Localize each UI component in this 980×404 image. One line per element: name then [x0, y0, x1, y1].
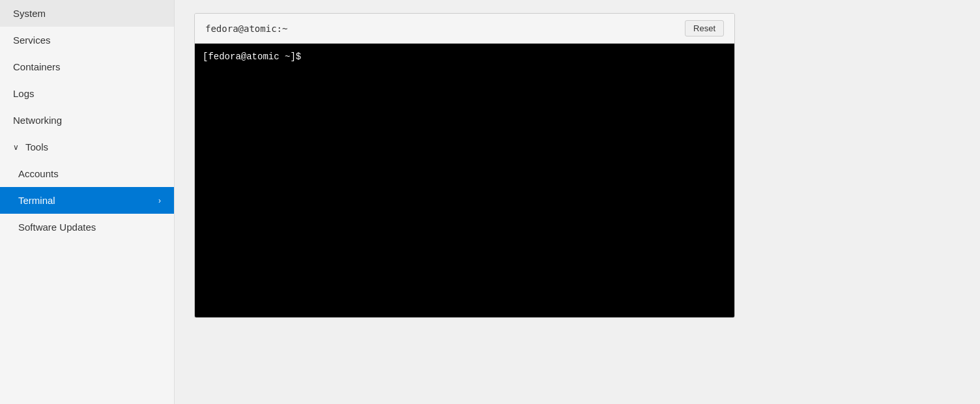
sidebar-item-logs[interactable]: Logs [0, 80, 174, 107]
sidebar-item-software-updates[interactable]: Software Updates [0, 214, 174, 240]
sidebar-item-label-logs: Logs [13, 88, 35, 99]
sidebar-item-label-accounts: Accounts [18, 168, 59, 179]
sidebar-item-accounts[interactable]: Accounts [0, 160, 174, 187]
sidebar-item-containers[interactable]: Containers [0, 53, 174, 80]
main-content: fedora@atomic:~ Reset [fedora@atomic ~]$ [175, 0, 980, 404]
chevron-right-icon: › [158, 196, 161, 205]
reset-button[interactable]: Reset [685, 20, 724, 36]
sidebar-item-networking[interactable]: Networking [0, 107, 174, 134]
sidebar-item-terminal[interactable]: Terminal› [0, 187, 174, 214]
sidebar-item-label-system: System [13, 8, 46, 19]
sidebar-item-label-containers: Containers [13, 61, 61, 72]
terminal-prompt: [fedora@atomic ~]$ [203, 51, 301, 62]
terminal-title: fedora@atomic:~ [205, 23, 287, 34]
sidebar-item-label-software-updates: Software Updates [18, 222, 96, 233]
sidebar-item-tools[interactable]: ∨Tools [0, 134, 174, 160]
sidebar-item-system[interactable]: System [0, 0, 174, 27]
terminal-body[interactable]: [fedora@atomic ~]$ [195, 44, 734, 317]
sidebar-item-label-services: Services [13, 35, 51, 46]
sidebar-item-services[interactable]: Services [0, 27, 174, 53]
terminal-container: fedora@atomic:~ Reset [fedora@atomic ~]$ [194, 13, 735, 318]
sidebar-item-label-terminal: Terminal [18, 195, 55, 206]
chevron-down-icon: ∨ [13, 143, 19, 152]
sidebar-item-label-networking: Networking [13, 115, 62, 126]
terminal-header: fedora@atomic:~ Reset [195, 14, 734, 44]
sidebar: SystemServicesContainersLogsNetworking∨T… [0, 0, 175, 404]
sidebar-item-label-tools: Tools [25, 141, 48, 152]
